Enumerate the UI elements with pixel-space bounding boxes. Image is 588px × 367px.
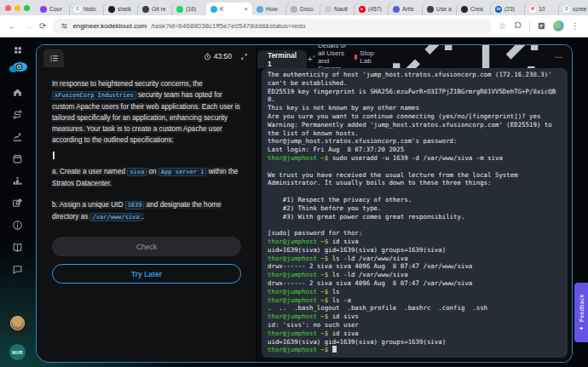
terminal-text: id sivs	[332, 313, 359, 320]
close-tab-icon[interactable]: ×	[245, 5, 248, 13]
terminal-line: can't be established.	[268, 79, 562, 88]
browser-tab[interactable]: M10	[525, 3, 559, 15]
task-text: on	[147, 168, 159, 175]
terminal-line	[268, 221, 562, 229]
back-icon[interactable]: ←	[9, 22, 17, 31]
browser-tab[interactable]: How	[252, 3, 286, 15]
practice-icon[interactable]	[12, 198, 23, 209]
progress-icon[interactable]	[12, 131, 23, 142]
pinned-extension-icon[interactable]	[537, 21, 546, 31]
text-caret	[53, 152, 55, 159]
browser-tab[interactable]: Ghisto	[70, 3, 104, 15]
try-later-button[interactable]: Try Later	[52, 264, 241, 284]
stop-lab-button[interactable]: Stop Lab	[355, 49, 376, 65]
user-avatar-container[interactable]	[6, 312, 29, 335]
close-window-icon[interactable]	[5, 5, 11, 11]
browser-tab[interactable]: Crea	[457, 3, 491, 15]
terminal-text: uid=1639(siva) gid=1639(siva) groups=163…	[268, 338, 446, 346]
stop-icon	[355, 54, 358, 60]
terminal-text: ls -ld /var/www/siva	[332, 271, 408, 278]
terminal-text: Warning: Permanently added 'jump_host.st…	[268, 121, 552, 129]
reload-icon[interactable]: ⟳	[39, 22, 46, 31]
bookmark-star-icon[interactable]: ☆	[499, 22, 506, 31]
learning-path-icon[interactable]	[12, 109, 23, 120]
task-expand-icon[interactable]	[240, 53, 248, 60]
terminal-prompt-user: thor@jumphost	[268, 296, 317, 304]
task-text: .	[141, 213, 143, 221]
site-settings-icon[interactable]	[61, 22, 68, 30]
home-icon[interactable]	[12, 87, 23, 98]
browser-tab[interactable]: Nauti	[320, 3, 355, 15]
browser-tab-strip: CourGhistosheikGit re(16)K×HowDocuNauti▸…	[0, 0, 588, 15]
terminal-console[interactable]: The authenticity of host 'jump_host.stra…	[262, 68, 568, 358]
terminal-text: Last login: Fri Aug 8 07:37:20 2025	[268, 146, 404, 153]
user-avatar[interactable]	[10, 316, 25, 330]
clock-icon	[204, 53, 211, 60]
terminal-prompt-user: thor@jumphost	[268, 288, 317, 295]
browser-tab[interactable]: Use a	[423, 3, 457, 15]
terminal-line: 0.	[268, 95, 562, 104]
terminal-tab[interactable]: Terminal 1	[257, 50, 307, 68]
book-icon[interactable]	[12, 242, 23, 253]
kodekloud-logo-icon[interactable]	[8, 60, 28, 74]
window-controls[interactable]	[5, 0, 36, 15]
paragraph-gap	[52, 189, 241, 199]
terminal-prompt-symbol: ~$	[317, 238, 332, 245]
terminal-line: drwx------ 2 siva siva 4096 Aug 8 07:47 …	[268, 279, 562, 288]
terminal-line: ED25519 key fingerprint is SHA256:ezuFwr…	[268, 88, 562, 96]
browser-menu-icon[interactable]: ⋮	[571, 22, 579, 31]
coursera-favicon	[40, 6, 47, 13]
browser-tab[interactable]: Gscree	[559, 3, 588, 15]
google-favicon: G	[563, 6, 570, 13]
browser-tab[interactable]: K×	[206, 3, 252, 15]
terminal-line: thor@jumphost ~$ sudo useradd -u 1639 -d…	[268, 154, 562, 163]
browser-tab[interactable]: sheik	[104, 3, 138, 15]
forward-icon[interactable]: →	[24, 22, 32, 31]
new-terminal-button[interactable]: +	[307, 50, 313, 68]
terminal-prompt-symbol: ~$	[317, 330, 332, 337]
browser-tab[interactable]: in(23)	[491, 3, 525, 15]
terminal-line: . .. .bash_logout .bash_profile .bashrc …	[268, 304, 562, 313]
task-paragraph: b. Assign a unique UID 1639 and designat…	[52, 199, 241, 223]
leaderboard-icon[interactable]	[12, 175, 23, 186]
extensions-puzzle-icon[interactable]	[513, 21, 522, 31]
info-icon[interactable]	[12, 220, 23, 231]
terminal-prompt-user: thor@jumphost	[268, 271, 317, 278]
calendar-icon[interactable]	[12, 153, 23, 164]
check-button[interactable]: Check	[52, 237, 241, 256]
maximize-window-icon[interactable]	[24, 5, 30, 11]
server-details-icon	[313, 53, 315, 60]
terminal-text: uid=1639(siva) gid=1639(siva) groups=163…	[268, 246, 446, 254]
apps-grid-icon[interactable]	[14, 43, 22, 51]
chat-icon[interactable]	[12, 264, 23, 275]
terminal-line: thor@jumphost ~$ ls -a	[268, 296, 562, 305]
browser-tab[interactable]: Git re	[138, 3, 172, 15]
terminal-text: This key is not known by any other names	[268, 104, 419, 112]
lab-timer: 43:50	[204, 52, 232, 60]
terminal-line: #1) Respect the privacy of others.	[268, 196, 562, 204]
browser-tab[interactable]: ▸(457)	[355, 3, 389, 15]
terminal-line: We trust you have received the usual lec…	[268, 171, 562, 180]
url-bar[interactable]: engineer.kodekloud.com/task?id=64688038c…	[53, 19, 492, 34]
terminal-line: drwx------ 2 siva siva 4096 Aug 8 07:47 …	[268, 262, 562, 271]
doc-favicon	[325, 6, 331, 13]
terminal-text: We trust you have received the usual lec…	[268, 171, 518, 179]
tab-label: K	[220, 6, 242, 12]
browser-tab[interactable]: (16)	[172, 3, 206, 15]
task-list-toggle[interactable]	[43, 49, 64, 67]
feedback-button[interactable]: ✦ Feedback	[574, 283, 588, 342]
minimize-window-icon[interactable]	[14, 5, 20, 11]
terminal-text: #3) With great power comes great respons…	[268, 213, 464, 221]
browser-tab[interactable]: Docu	[286, 3, 320, 15]
terminal-text: Are you sure you want to continue connec…	[268, 112, 540, 120]
task-description: In response to heightened security conce…	[37, 67, 256, 362]
terminal-more-menu-icon[interactable]: ⋯	[555, 53, 563, 61]
terminal-line: thor@jumphost ~$ ls	[268, 288, 562, 296]
terminal-line: This key is not known by any other names	[268, 104, 562, 112]
browser-tab[interactable]: Artis	[389, 3, 423, 15]
terminal-line: Last login: Fri Aug 8 07:37:20 2025	[268, 146, 562, 154]
profile-avatar[interactable]	[553, 20, 564, 32]
support-chat-bubble[interactable]: NUR	[9, 344, 26, 360]
sparkle-icon: ✦	[578, 324, 585, 331]
browser-tab[interactable]: Cour	[36, 3, 70, 15]
